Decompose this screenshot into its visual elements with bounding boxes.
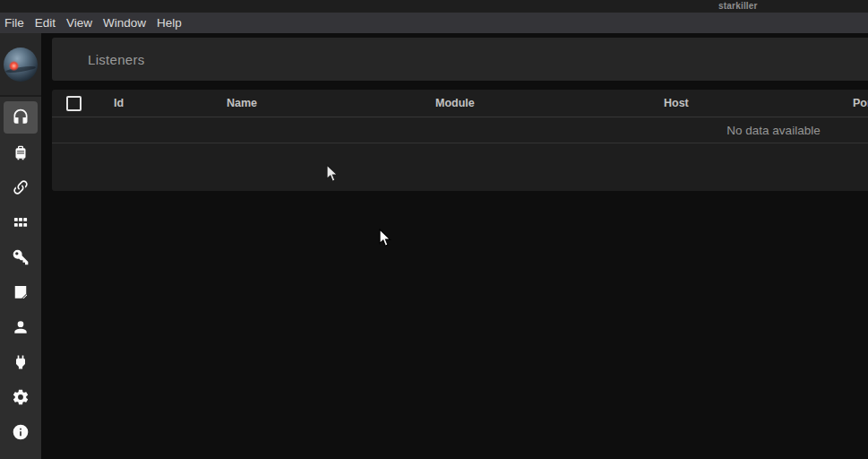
suitcase-icon	[12, 143, 30, 161]
starkiller-logo-icon	[4, 48, 38, 82]
sidebar-nav	[0, 99, 41, 448]
page-title: Listeners	[88, 52, 145, 67]
info-icon	[12, 423, 30, 441]
logo-section	[0, 33, 41, 97]
window-titlebar: starkiller	[0, 0, 868, 13]
table-empty-row: No data available	[52, 117, 868, 143]
menu-window[interactable]: Window	[98, 14, 151, 31]
table-header-row: Id Name Module Host Port	[52, 90, 868, 117]
main-content: Listeners Id Name Module Host Port No da…	[41, 33, 868, 459]
key-icon	[12, 248, 30, 266]
page-toolbar: Listeners	[52, 38, 868, 81]
sidebar-item-person[interactable]	[4, 311, 38, 343]
sidebar-item-link[interactable]	[4, 171, 38, 204]
menu-view[interactable]: View	[61, 14, 98, 31]
sidebar-item-headset[interactable]	[4, 101, 38, 134]
menu-bar: File Edit View Window Help	[0, 13, 868, 33]
grid-icon	[12, 213, 30, 231]
sidebar-item-plug[interactable]	[4, 346, 38, 378]
note-icon	[12, 283, 30, 301]
sidebar-item-key[interactable]	[4, 241, 38, 273]
headset-icon	[12, 108, 30, 126]
mouse-cursor-icon	[378, 229, 393, 248]
gear-icon	[12, 388, 30, 406]
sidebar-item-info[interactable]	[4, 416, 38, 448]
select-all-checkbox[interactable]	[66, 96, 82, 111]
window-title: starkiller	[718, 1, 758, 11]
sidebar-item-grid[interactable]	[4, 206, 38, 238]
table-footer	[52, 143, 868, 189]
sidebar-item-suitcase[interactable]	[4, 136, 38, 169]
sidebar-item-note[interactable]	[4, 276, 38, 308]
column-header-host[interactable]: Host	[664, 90, 689, 117]
person-icon	[12, 318, 30, 336]
menu-file[interactable]: File	[1, 14, 30, 31]
menu-help[interactable]: Help	[151, 14, 187, 31]
sidebar-item-gear[interactable]	[4, 381, 38, 413]
column-header-name[interactable]: Name	[227, 90, 257, 117]
plug-icon	[12, 353, 30, 371]
column-header-port[interactable]: Port	[853, 90, 868, 117]
listeners-table: Id Name Module Host Port No data availab…	[52, 90, 868, 191]
column-header-id[interactable]: Id	[114, 90, 124, 117]
column-header-module[interactable]: Module	[435, 90, 475, 117]
empty-message: No data available	[726, 124, 820, 137]
menu-edit[interactable]: Edit	[30, 14, 61, 31]
sidebar	[0, 33, 41, 459]
link-icon	[12, 178, 30, 196]
